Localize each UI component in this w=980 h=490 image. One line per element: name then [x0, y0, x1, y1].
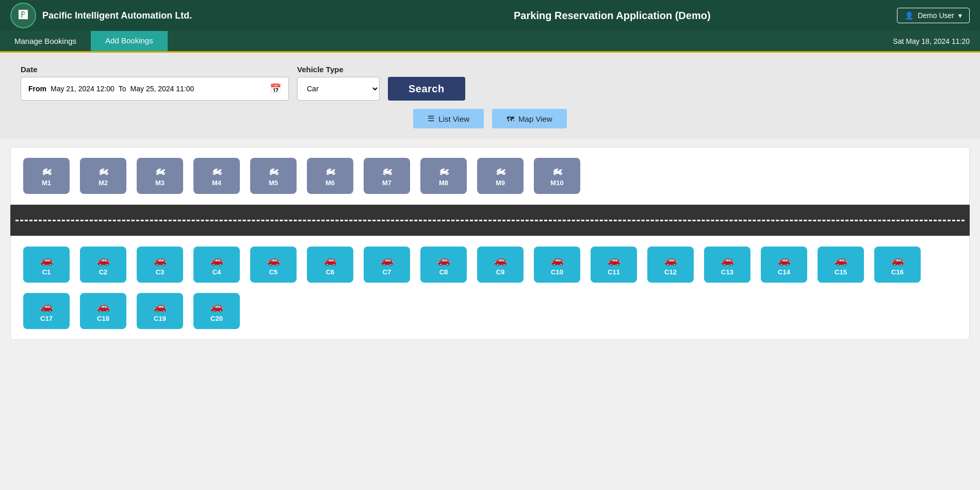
motorcycle-spot-m1[interactable]: 🏍M1: [23, 158, 70, 194]
car-spot-c10[interactable]: 🚗C10: [534, 247, 580, 283]
car-icon: 🚗: [381, 254, 394, 266]
list-view-button[interactable]: ☰ List View: [413, 109, 484, 128]
from-label: From: [28, 85, 46, 93]
car-spot-c4[interactable]: 🚗C4: [193, 247, 240, 283]
motorcycle-spot-m7[interactable]: 🏍M7: [364, 158, 410, 194]
car-spot-c2[interactable]: 🚗C2: [80, 247, 126, 283]
motorcycle-icon: 🏍: [325, 165, 335, 177]
user-icon: 👤: [905, 11, 913, 20]
motorcycle-icon: 🏍: [552, 165, 562, 177]
car-icon: 🚗: [721, 254, 734, 266]
car-spot-c8[interactable]: 🚗C8: [420, 247, 467, 283]
car-icon: 🚗: [664, 254, 677, 266]
motorcycle-spot-m5[interactable]: 🏍M5: [250, 158, 297, 194]
car-icon: 🚗: [40, 254, 53, 266]
road-dashes: [15, 220, 965, 221]
car-icon: 🚗: [324, 254, 337, 266]
car-icon: 🚗: [891, 254, 904, 266]
car-icon: 🚗: [267, 254, 280, 266]
car-spot-c6[interactable]: 🚗C6: [307, 247, 353, 283]
car-spot-c12[interactable]: 🚗C12: [647, 247, 694, 283]
motorcycle-icon: 🏍: [382, 165, 392, 177]
motorcycle-parking-grid: 🏍M1🏍M2🏍M3🏍M4🏍M5🏍M6🏍M7🏍M8🏍M9🏍M10: [23, 158, 957, 194]
motorcycle-icon: 🏍: [495, 165, 505, 177]
car-spot-c13[interactable]: 🚗C13: [704, 247, 750, 283]
car-icon: 🚗: [40, 300, 53, 313]
motorcycle-spot-m3[interactable]: 🏍M3: [137, 158, 183, 194]
company-logo: 🅿: [10, 3, 36, 28]
vehicle-type-select[interactable]: Car Motorcycle Truck: [297, 77, 380, 101]
car-spot-c20[interactable]: 🚗C20: [193, 293, 240, 329]
car-icon: 🚗: [97, 300, 110, 313]
car-parking-grid: 🚗C1🚗C2🚗C3🚗C4🚗C5🚗C6🚗C7🚗C8🚗C9🚗C10🚗C11🚗C12🚗…: [23, 247, 957, 329]
app-title: Parking Reservation Application (Demo): [327, 10, 897, 22]
car-spot-c5[interactable]: 🚗C5: [250, 247, 297, 283]
search-panel: Date From May 21, 2024 12:00 To May 25, …: [0, 53, 980, 139]
to-date-value: May 25, 2024 11:00: [130, 85, 194, 93]
motorcycle-spot-m10[interactable]: 🏍M10: [534, 158, 580, 194]
motorcycle-icon: 🏍: [211, 165, 222, 177]
user-label: Demo User: [918, 11, 954, 20]
car-icon: 🚗: [154, 300, 167, 313]
calendar-icon[interactable]: 📅: [270, 83, 281, 94]
car-icon: 🚗: [210, 254, 223, 266]
chevron-down-icon: ▾: [958, 11, 962, 20]
motorcycle-spot-m4[interactable]: 🏍M4: [193, 158, 240, 194]
car-icon: 🚗: [778, 254, 791, 266]
tab-manage-bookings[interactable]: Manage Bookings: [0, 31, 91, 51]
car-icon: 🚗: [97, 254, 110, 266]
search-row: Date From May 21, 2024 12:00 To May 25, …: [21, 65, 959, 101]
vehicle-type-group: Vehicle Type Car Motorcycle Truck: [297, 65, 380, 101]
motorcycle-spot-m2[interactable]: 🏍M2: [80, 158, 126, 194]
car-spot-c11[interactable]: 🚗C11: [591, 247, 637, 283]
car-icon: 🚗: [551, 254, 564, 266]
car-parking-section: 🚗C1🚗C2🚗C3🚗C4🚗C5🚗C6🚗C7🚗C8🚗C9🚗C10🚗C11🚗C12🚗…: [10, 236, 970, 340]
car-spot-c9[interactable]: 🚗C9: [477, 247, 524, 283]
current-datetime: Sat May 18, 2024 11:20: [893, 37, 980, 45]
company-name: Pacific Intelligent Automation Ltd.: [42, 10, 327, 21]
motorcycle-spot-m8[interactable]: 🏍M8: [420, 158, 467, 194]
car-spot-c1[interactable]: 🚗C1: [23, 247, 70, 283]
car-icon: 🚗: [154, 254, 167, 266]
motorcycle-spot-m9[interactable]: 🏍M9: [477, 158, 524, 194]
car-spot-c15[interactable]: 🚗C15: [818, 247, 864, 283]
car-spot-c19[interactable]: 🚗C19: [137, 293, 183, 329]
car-icon: 🚗: [210, 300, 223, 313]
date-group: Date From May 21, 2024 12:00 To May 25, …: [21, 65, 289, 101]
to-label: To: [119, 85, 126, 93]
motorcycle-icon: 🏍: [268, 165, 279, 177]
car-spot-c3[interactable]: 🚗C3: [137, 247, 183, 283]
map-view-button[interactable]: 🗺 Map View: [492, 109, 567, 128]
date-label: Date: [21, 65, 289, 74]
car-icon: 🚗: [437, 254, 450, 266]
user-menu-button[interactable]: 👤 Demo User ▾: [897, 8, 970, 23]
app-header: 🅿 Pacific Intelligent Automation Ltd. Pa…: [0, 0, 980, 31]
motorcycle-parking-section: 🏍M1🏍M2🏍M3🏍M4🏍M5🏍M6🏍M7🏍M8🏍M9🏍M10: [10, 147, 970, 205]
car-spot-c16[interactable]: 🚗C16: [874, 247, 921, 283]
motorcycle-icon: 🏍: [438, 165, 449, 177]
car-icon: 🚗: [835, 254, 847, 266]
motorcycle-icon: 🏍: [41, 165, 52, 177]
main-navbar: Manage Bookings Add Bookings Sat May 18,…: [0, 31, 980, 53]
main-content: 🏍M1🏍M2🏍M3🏍M4🏍M5🏍M6🏍M7🏍M8🏍M9🏍M10 🚗C1🚗C2🚗C…: [0, 139, 980, 348]
car-spot-c17[interactable]: 🚗C17: [23, 293, 70, 329]
car-spot-c7[interactable]: 🚗C7: [364, 247, 410, 283]
map-icon: 🗺: [507, 115, 514, 123]
car-icon: 🚗: [494, 254, 507, 266]
svg-text:🅿: 🅿: [19, 10, 28, 20]
road-divider: [10, 205, 970, 236]
car-spot-c14[interactable]: 🚗C14: [761, 247, 807, 283]
list-icon: ☰: [428, 114, 434, 123]
from-date-value: May 21, 2024 12:00: [51, 85, 115, 93]
search-button[interactable]: Search: [388, 77, 465, 101]
vehicle-type-label: Vehicle Type: [297, 65, 380, 74]
tab-add-bookings[interactable]: Add Bookings: [91, 31, 168, 51]
view-toggle: ☰ List View 🗺 Map View: [21, 109, 959, 128]
car-spot-c18[interactable]: 🚗C18: [80, 293, 126, 329]
motorcycle-spot-m6[interactable]: 🏍M6: [307, 158, 353, 194]
car-icon: 🚗: [608, 254, 620, 266]
date-range-input[interactable]: From May 21, 2024 12:00 To May 25, 2024 …: [21, 77, 289, 101]
motorcycle-icon: 🏍: [155, 165, 165, 177]
motorcycle-icon: 🏍: [98, 165, 108, 177]
